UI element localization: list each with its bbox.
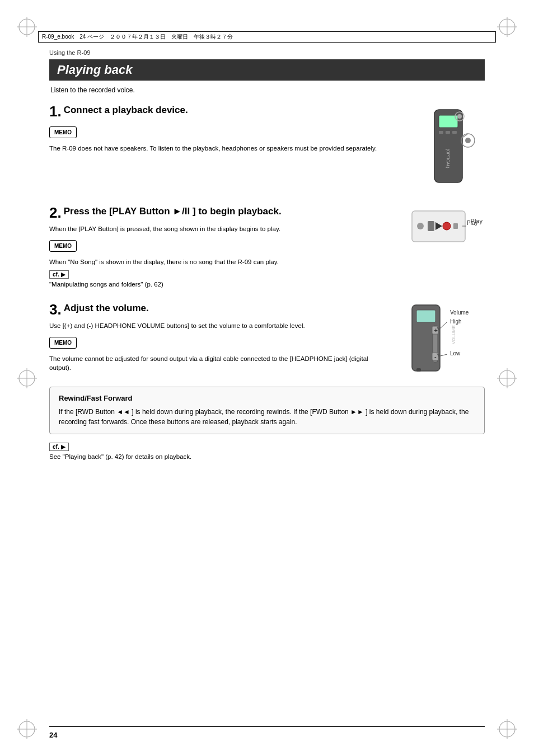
svg-text:(OPTICAL): (OPTICAL) [446, 149, 450, 168]
step1-memo-label: MEMO [49, 126, 77, 138]
step2-body: When the [PLAY Button] is pressed, the s… [49, 224, 396, 233]
step1-number: 1. [49, 103, 62, 120]
svg-rect-34 [453, 223, 458, 229]
svg-text:Low: Low [450, 350, 461, 356]
play-label: Play [471, 218, 483, 224]
rff-cf-label: cf. ▶ [49, 443, 69, 451]
svg-text:High: High [450, 318, 462, 325]
step2-section: 2.Press the [PLAY Button ►/II ] to begin… [49, 205, 485, 292]
svg-rect-20 [439, 131, 443, 134]
step3-device-svg: + - VOLUME Volume High Low [395, 302, 485, 375]
svg-text:Volume: Volume [450, 309, 469, 316]
step3-memo-text: The volume cannot be adjusted for sound … [49, 354, 385, 372]
page: R-09_e.book 24 ページ ２００７年２月１３日 火曜日 午後３時２７… [0, 0, 534, 756]
subtitle: Listen to the recorded voice. [50, 86, 485, 94]
reg-mark-ml [17, 368, 37, 388]
reg-mark-mr [497, 368, 517, 388]
breadcrumb: Using the R-09 [49, 49, 485, 56]
step2-device-svg: Play [406, 205, 485, 250]
reg-mark-br [497, 719, 517, 739]
step1-section: 1.Connect a playback device. MEMO The R-… [49, 104, 485, 195]
step2-memo-text: When "No Song" is shown in the display, … [49, 257, 396, 266]
step3-number: 3. [49, 301, 62, 318]
main-content: Using the R-09 Playing back Listen to th… [49, 49, 485, 722]
header-text: R-09_e.book 24 ページ ２００７年２月１３日 火曜日 午後３時２７… [42, 33, 233, 41]
page-number: 24 [49, 731, 57, 739]
step3-body: Use [(+) and (-) HEADPHONE VOLUME button… [49, 321, 385, 330]
svg-text:-: - [434, 353, 437, 360]
svg-point-26 [465, 138, 471, 143]
step3-memo-label: MEMO [49, 337, 77, 349]
rff-title: Rewind/Fast Forward [59, 394, 475, 402]
svg-point-33 [443, 222, 451, 230]
step2-heading: Press the [PLAY Button ►/II ] to begin p… [64, 206, 282, 217]
svg-rect-21 [446, 131, 450, 134]
svg-rect-39 [416, 310, 435, 322]
svg-text:VOLUME: VOLUME [451, 325, 456, 344]
svg-rect-31 [428, 221, 434, 231]
svg-point-24 [457, 114, 462, 119]
step1-device-svg: (OPTICAL) [418, 104, 485, 194]
reg-mark-bl [17, 719, 37, 739]
svg-rect-53 [416, 368, 421, 372]
step3-heading: Adjust the volume. [64, 303, 149, 314]
reg-mark-tl [17, 17, 37, 37]
step2-number: 2. [49, 204, 62, 221]
svg-point-30 [417, 223, 424, 229]
rff-box: Rewind/Fast Forward If the [RWD Button ◄… [49, 387, 485, 434]
step2-cf-label: cf. ▶ [49, 270, 69, 279]
bottom-line [49, 726, 485, 727]
svg-rect-22 [452, 131, 457, 134]
page-title: Playing back [49, 59, 485, 81]
header-bar: R-09_e.book 24 ページ ２００７年２月１３日 火曜日 午後３時２７… [38, 31, 496, 43]
step3-section: 3.Adjust the volume. Use [(+) and (-) HE… [49, 302, 485, 377]
rff-body: If the [RWD Button ◄◄ ] is held down dur… [59, 407, 475, 427]
step1-heading: Connect a playback device. [64, 105, 188, 115]
step2-content: 2.Press the [PLAY Button ►/II ] to begin… [49, 205, 396, 292]
step2-memo-label: MEMO [49, 240, 77, 252]
step2-image: Play Play [406, 205, 485, 252]
step3-image: + - VOLUME Volume High Low [395, 302, 485, 377]
step1-memo-text: The R-09 does not have speakers. To list… [49, 144, 407, 153]
step1-image: (OPTICAL) [418, 104, 485, 195]
step2-cf-ref: "Manipulating songs and folders" (p. 62) [49, 281, 396, 288]
reg-mark-tr [497, 17, 517, 37]
step1-content: 1.Connect a playback device. MEMO The R-… [49, 104, 407, 156]
step3-content: 3.Adjust the volume. Use [(+) and (-) HE… [49, 302, 385, 375]
rff-cf-ref: See "Playing back" (p. 42) for details o… [49, 453, 485, 460]
